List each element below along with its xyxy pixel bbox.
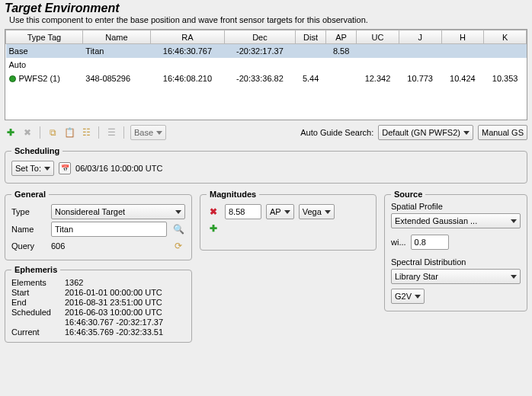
page-title: Target Environment	[0, 0, 532, 15]
chevron-down-icon	[325, 210, 331, 214]
page-subtitle: Use this component to enter the base pos…	[0, 15, 532, 27]
cell-uc	[357, 44, 399, 58]
scheduled-label: Scheduled	[11, 308, 60, 317]
base-combo[interactable]: Base	[130, 125, 166, 140]
scheduling-legend: Scheduling	[11, 146, 62, 155]
chevron-down-icon	[463, 131, 470, 135]
remove-magnitude-icon[interactable]: ✖	[207, 205, 220, 219]
magnitude-band-combo[interactable]: AP	[266, 204, 294, 219]
cell-dec: -20:32:17.37	[224, 44, 295, 58]
cell-dist	[296, 44, 326, 58]
type-combo[interactable]: Nonsidereal Target	[51, 204, 185, 219]
targets-table: Type Tag Name RA Dec Dist AP UC J H K Ba…	[5, 29, 527, 120]
list-icon[interactable]: ☰	[105, 126, 117, 139]
start-value: 2016-01-01 00:00:00 UTC	[65, 288, 162, 297]
elements-value: 1362	[65, 278, 83, 287]
add-magnitude-icon[interactable]: ✚	[207, 222, 220, 235]
wi-label: wi...	[391, 238, 406, 247]
status-dot-icon	[9, 75, 16, 82]
cell-uc: 12.342	[357, 72, 399, 85]
col-name[interactable]: Name	[82, 30, 150, 44]
spatial-profile-label: Spatial Profile	[391, 202, 521, 211]
end-value: 2016-08-31 23:51:00 UTC	[65, 298, 162, 307]
query-value: 606	[51, 241, 167, 251]
cell-name: Titan	[82, 44, 150, 58]
auto-guide-label: Auto Guide Search:	[300, 128, 373, 137]
scheduling-datetime: 06/03/16 10:00:00 UTC	[75, 164, 162, 173]
manual-gs-button[interactable]: Manual GS	[478, 125, 527, 140]
cell-ap	[326, 72, 357, 85]
ephemeris-panel: Ephemeris Elements1362 Start2016-01-01 0…	[5, 265, 192, 343]
current-label: Current	[11, 327, 60, 337]
col-dist[interactable]: Dist	[296, 30, 326, 44]
col-ra[interactable]: RA	[151, 30, 225, 44]
remove-icon[interactable]: ✖	[21, 126, 34, 139]
type-label: Type	[11, 207, 46, 216]
cell-ra: 16:46:30.767	[151, 44, 225, 58]
col-uc[interactable]: UC	[357, 30, 399, 44]
query-label: Query	[11, 241, 46, 251]
auto-guide-combo[interactable]: Default (GN PWFS2)	[378, 125, 473, 140]
cell-name: 348-085296	[82, 72, 150, 85]
chevron-down-icon	[156, 131, 162, 135]
col-j[interactable]: J	[399, 30, 441, 44]
start-label: Start	[11, 288, 60, 297]
col-k[interactable]: K	[484, 30, 527, 44]
cell-j	[399, 44, 441, 58]
duplicate-icon[interactable]: ☷	[80, 126, 92, 139]
elements-label: Elements	[11, 278, 60, 287]
chevron-down-icon	[175, 210, 181, 214]
name-input[interactable]	[51, 222, 167, 237]
table-row-base[interactable]: Base Titan 16:46:30.767 -20:32:17.37 8.5…	[6, 44, 527, 58]
table-row-auto-group[interactable]: Auto	[6, 58, 527, 72]
cell-k	[484, 44, 527, 58]
wi-input[interactable]	[411, 235, 449, 250]
col-dec[interactable]: Dec	[224, 30, 295, 44]
scheduling-panel: Scheduling Set To: 📅 06/03/16 10:00:00 U…	[5, 146, 527, 184]
chevron-down-icon	[415, 295, 421, 299]
magnitude-value-input[interactable]	[225, 204, 261, 219]
ephemeris-legend: Ephemeris	[11, 265, 60, 274]
calendar-icon[interactable]: 📅	[59, 162, 71, 174]
general-panel: General Type Nonsidereal Target Name 🔍 Q…	[5, 190, 192, 260]
paste-icon[interactable]: 📋	[63, 126, 75, 139]
add-icon[interactable]: ✚	[5, 126, 17, 139]
source-legend: Source	[391, 190, 425, 199]
cell-ra: 16:46:08.210	[151, 72, 225, 85]
separator	[98, 126, 99, 139]
table-toolbar: ✚ ✖ ⧉ 📋 ☷ ☰ Base Auto Guide Search: Defa…	[5, 123, 527, 142]
general-legend: General	[11, 190, 49, 199]
col-type-tag[interactable]: Type Tag	[6, 30, 83, 44]
current-value: 16:46:35.769 -20:32:33.51	[65, 327, 163, 337]
cell-h	[441, 44, 484, 58]
set-to-combo[interactable]: Set To:	[11, 161, 54, 176]
table-row-auto[interactable]: PWFS2 (1) 348-085296 16:46:08.210 -20:33…	[6, 72, 527, 85]
refresh-icon[interactable]: ⟳	[171, 239, 185, 253]
cell-dec: -20:33:36.82	[224, 72, 295, 85]
separator	[123, 126, 124, 139]
magnitudes-legend: Magnitudes	[207, 190, 259, 199]
col-ap[interactable]: AP	[326, 30, 357, 44]
end-label: End	[11, 298, 60, 307]
scheduled-coords: 16:46:30.767 -20:32:17.37	[65, 318, 163, 327]
cell-tag: Base	[6, 44, 83, 58]
cell-h: 10.424	[441, 72, 484, 85]
spectral-dist-combo[interactable]: Library Star	[391, 269, 521, 284]
cell-ap: 8.58	[326, 44, 357, 58]
search-icon[interactable]: 🔍	[171, 222, 185, 236]
col-h[interactable]: H	[441, 30, 484, 44]
chevron-down-icon	[44, 167, 50, 171]
spectral-dist-label: Spectral Distribution	[391, 257, 521, 267]
cell-tag: PWFS2 (1)	[6, 72, 83, 85]
spatial-profile-combo[interactable]: Extended Gaussian ...	[391, 213, 521, 228]
chevron-down-icon	[511, 219, 517, 223]
copy-icon[interactable]: ⧉	[46, 126, 59, 139]
magnitude-system-combo[interactable]: Vega	[299, 204, 335, 219]
scheduled-value: 2016-06-03 10:00:00 UTC	[65, 308, 162, 317]
chevron-down-icon	[511, 275, 517, 279]
source-panel: Source Spatial Profile Extended Gaussian…	[384, 190, 527, 311]
chevron-down-icon	[284, 210, 290, 214]
name-label: Name	[11, 225, 46, 234]
star-type-combo[interactable]: G2V	[391, 289, 425, 304]
cell-dist: 5.44	[296, 72, 326, 85]
